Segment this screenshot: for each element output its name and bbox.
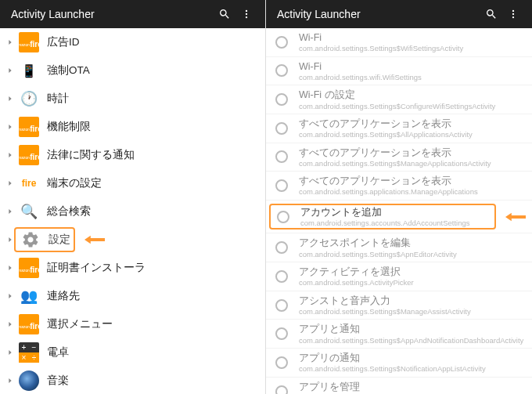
chevron-right-icon	[3, 264, 17, 272]
activity-class: com.android.settings.Settings$AppAndNoti…	[299, 336, 526, 345]
app-row[interactable]: 証明書インストーラ	[0, 254, 265, 282]
activity-class: com.android.settings.wifi.WifiSettings	[299, 73, 526, 81]
fire-orange-icon	[19, 258, 39, 278]
app-row[interactable]: 法律に関する通知	[0, 141, 265, 169]
activity-text: アカウントを追加com.android.settings.accounts.Ad…	[300, 206, 491, 228]
app-row[interactable]: +−×÷電卓	[0, 338, 265, 367]
svg-point-2	[246, 16, 247, 18]
app-row[interactable]: 選択メニュー	[0, 310, 265, 338]
activity-list[interactable]: Wi-Ficom.android.settings.Settings$WifiS…	[266, 28, 532, 394]
app-row[interactable]: 音楽	[0, 367, 265, 394]
activity-row[interactable]: アクセスポイントを編集com.android.settings.Settings…	[266, 233, 532, 262]
app-label: 電卓	[47, 345, 259, 360]
activity-text: アシストと音声入力com.android.settings.Settings$M…	[299, 295, 526, 316]
app-row[interactable]: 🔍総合検索	[0, 197, 265, 226]
radio-icon[interactable]	[275, 270, 288, 283]
toolbar-title: Activity Launcher	[277, 8, 480, 20]
activity-class: com.android.settings.Settings$ConfigureW…	[299, 102, 526, 110]
activity-text: アプリと通知com.android.settings.Settings$AppA…	[299, 323, 526, 345]
radio-icon[interactable]	[275, 356, 288, 369]
search-icon: 🔍	[19, 201, 39, 222]
activity-title: アプリの通知	[299, 352, 526, 364]
activity-text: すべてのアプリケーションを表示com.android.settings.appl…	[299, 175, 526, 197]
radio-icon[interactable]	[275, 36, 288, 49]
activity-title: アクセスポイントを編集	[299, 237, 526, 249]
radio-icon[interactable]	[275, 122, 288, 135]
app-label: 時計	[47, 92, 259, 106]
svg-point-0	[246, 10, 247, 12]
activity-row[interactable]: Wi-Ficom.android.settings.wifi.WifiSetti…	[266, 57, 532, 86]
app-label: 端末の設定	[47, 176, 259, 190]
activity-title: Wi-Fi	[299, 60, 526, 73]
contacts-icon: 👥	[19, 286, 39, 306]
activity-class: com.android.settings.applications.Manage…	[299, 187, 526, 196]
overflow-menu-icon[interactable]	[235, 3, 257, 25]
svg-point-4	[512, 13, 514, 15]
overflow-menu-icon[interactable]	[502, 3, 524, 25]
activity-class: com.android.settings.Settings$ManageAssi…	[299, 307, 526, 316]
app-row[interactable]: 端末の設定	[0, 169, 265, 197]
annotation-arrow-icon	[505, 207, 526, 227]
app-row[interactable]: 👥連絡先	[0, 282, 265, 310]
activity-text: Wi-Ficom.android.settings.wifi.WifiSetti…	[299, 60, 526, 82]
app-row[interactable]: 広告ID	[0, 28, 265, 56]
toolbar-left: Activity Launcher	[0, 0, 265, 28]
svg-point-5	[512, 16, 514, 18]
activity-row[interactable]: すべてのアプリケーションを表示com.android.settings.appl…	[266, 172, 532, 201]
chevron-right-icon	[3, 208, 17, 215]
radio-icon[interactable]	[277, 211, 289, 223]
toolbar-title: Activity Launcher	[11, 8, 214, 20]
activity-class: com.android.settings.Settings$WifiSettin…	[299, 44, 526, 52]
chevron-right-icon	[3, 349, 17, 356]
activity-row[interactable]: アプリと通知com.android.settings.Settings$AppA…	[266, 320, 532, 349]
music-icon	[19, 371, 39, 391]
app-label: 強制OTA	[47, 63, 259, 78]
app-row[interactable]: 設定	[0, 226, 265, 254]
app-label: 機能制限	[47, 120, 259, 134]
activity-row[interactable]: アプリを管理com.android.settings.ManageApplica…	[266, 378, 532, 394]
radio-icon[interactable]	[275, 93, 288, 106]
phone-icon: 📱	[19, 60, 39, 81]
activity-row[interactable]: Wi-Ficom.android.settings.Settings$WifiS…	[266, 28, 532, 57]
radio-icon[interactable]	[275, 299, 288, 312]
radio-icon[interactable]	[275, 179, 288, 192]
fire-orange-icon	[19, 145, 39, 165]
activity-text: Wi-Ficom.android.settings.Settings$WifiS…	[299, 31, 526, 53]
activity-title: すべてのアプリケーションを表示	[299, 117, 526, 130]
activity-title: アプリと通知	[299, 323, 526, 335]
chevron-right-icon	[3, 123, 17, 131]
radio-icon[interactable]	[275, 64, 288, 77]
search-icon[interactable]	[480, 3, 502, 25]
activity-class: com.android.settings.accounts.AddAccount…	[300, 219, 491, 227]
radio-icon[interactable]	[275, 241, 288, 254]
activity-text: Wi-Fi の設定com.android.settings.Settings$C…	[299, 89, 526, 110]
activity-title: Wi-Fi の設定	[299, 89, 526, 101]
app-label: 法律に関する通知	[47, 148, 259, 162]
activity-title: アクティビティを選択	[299, 266, 526, 278]
left-panel: Activity Launcher 広告ID📱強制OTA🕐時計機能制限法律に関す…	[0, 0, 266, 394]
activity-text: すべてのアプリケーションを表示com.android.settings.Sett…	[299, 146, 526, 168]
radio-icon[interactable]	[275, 150, 288, 163]
radio-icon[interactable]	[275, 385, 288, 395]
app-row[interactable]: 📱強制OTA	[0, 56, 265, 85]
activity-text: すべてのアプリケーションを表示com.android.settings.Sett…	[299, 117, 526, 139]
chevron-right-icon	[3, 320, 17, 328]
activity-row[interactable]: Wi-Fi の設定com.android.settings.Settings$C…	[266, 85, 532, 114]
clock-icon: 🕐	[19, 89, 39, 109]
highlight-annotation: 設定	[14, 227, 75, 252]
activity-row[interactable]: アプリの通知com.android.settings.Settings$Noti…	[266, 349, 532, 378]
app-row[interactable]: 🕐時計	[0, 85, 265, 113]
activity-row[interactable]: アクティビティを選択com.android.settings.ActivityP…	[266, 262, 532, 291]
app-row[interactable]: 機能制限	[0, 113, 265, 141]
app-list[interactable]: 広告ID📱強制OTA🕐時計機能制限法律に関する通知端末の設定🔍総合検索設定証明書…	[0, 28, 265, 394]
annotation-arrow-icon	[84, 230, 105, 250]
activity-row[interactable]: すべてのアプリケーションを表示com.android.settings.Sett…	[266, 143, 532, 172]
search-icon[interactable]	[214, 3, 235, 25]
activity-row[interactable]: アカウントを追加com.android.settings.accounts.Ad…	[266, 201, 532, 234]
activity-title: Wi-Fi	[299, 31, 526, 44]
radio-icon[interactable]	[275, 327, 288, 340]
activity-row[interactable]: アシストと音声入力com.android.settings.Settings$M…	[266, 291, 532, 320]
activity-row[interactable]: すべてのアプリケーションを表示com.android.settings.Sett…	[266, 114, 532, 143]
activity-class: com.android.settings.Settings$ApnEditorA…	[299, 250, 526, 258]
activity-class: com.android.settings.ActivityPicker	[299, 278, 526, 287]
